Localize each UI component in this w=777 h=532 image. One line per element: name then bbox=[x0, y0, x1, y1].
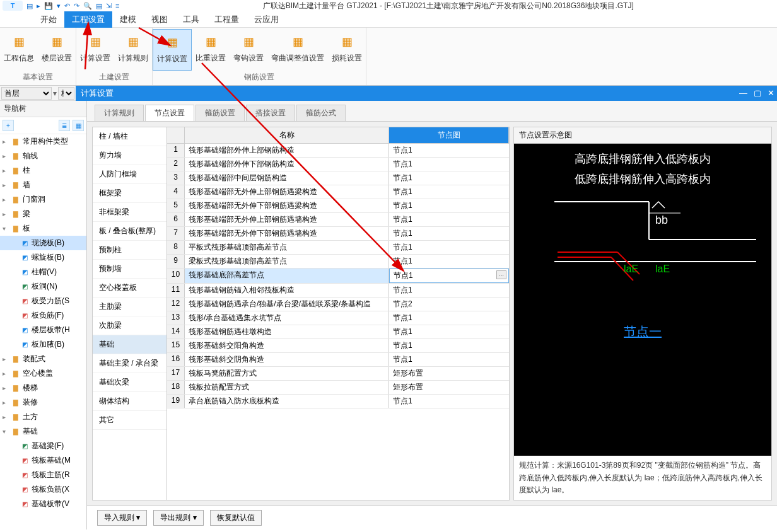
table-row[interactable]: 5筏形基础端部无外伸下部钢筋遇梁构造节点1 bbox=[167, 199, 509, 213]
row-node-cell[interactable]: 节点1 bbox=[389, 241, 509, 254]
tree-item-门窗洞[interactable]: ▸▇门窗洞 bbox=[0, 192, 86, 207]
expand-icon[interactable]: ▸ bbox=[3, 167, 9, 174]
expand-icon[interactable]: ▸ bbox=[3, 153, 9, 159]
menu-开始[interactable]: 开始 bbox=[33, 11, 64, 28]
save-dropdown-icon[interactable]: ▾ bbox=[57, 2, 61, 10]
row-node-cell[interactable]: 节点1 bbox=[389, 353, 509, 366]
floor-dropdown-icon[interactable]: ▾ bbox=[53, 89, 57, 98]
floor-select[interactable]: 首层 bbox=[1, 87, 52, 100]
expand-icon[interactable]: ▸ bbox=[3, 370, 9, 377]
zoom-icon[interactable]: 🔍 bbox=[83, 2, 92, 10]
table-row[interactable]: 8平板式筏形基础顶部高差节点节点1 bbox=[167, 241, 509, 255]
category-人防门框墙[interactable]: 人防门框墙 bbox=[93, 165, 166, 184]
row-node-cell[interactable]: 节点1 bbox=[389, 171, 509, 185]
ribbon-btn-比重设置[interactable]: ▦比重设置 bbox=[192, 29, 230, 71]
category-空心楼盖板[interactable]: 空心楼盖板 bbox=[93, 279, 166, 298]
category-预制柱[interactable]: 预制柱 bbox=[93, 241, 166, 260]
category-基础[interactable]: 基础 bbox=[93, 335, 166, 354]
table-row[interactable]: 14筏形基础钢筋遇柱墩构造节点1 bbox=[167, 325, 509, 339]
category-次肋梁[interactable]: 次肋梁 bbox=[93, 316, 166, 335]
category-其它[interactable]: 其它 bbox=[93, 411, 166, 430]
row-node-cell[interactable]: 节点1 bbox=[389, 213, 509, 226]
tree-item-装配式[interactable]: ▸▇装配式 bbox=[0, 352, 86, 366]
tree-item-空心楼盖[interactable]: ▸▇空心楼盖 bbox=[0, 366, 86, 381]
table-row[interactable]: 13筏形/承台基础遇集水坑节点节点1 bbox=[167, 311, 509, 325]
table-row[interactable]: 1筏形基础端部外伸上部钢筋构造节点1 bbox=[167, 144, 509, 158]
tree-item-板受力筋(S[interactable]: ◩板受力筋(S bbox=[0, 294, 86, 308]
table-row[interactable]: 17筏板马凳筋配置方式矩形布置 bbox=[167, 367, 509, 381]
cell-ellipsis-button[interactable]: ⋯ bbox=[496, 270, 506, 279]
tree-item-螺旋板(B)[interactable]: ◩螺旋板(B) bbox=[0, 250, 86, 265]
row-node-cell[interactable]: 节点1 bbox=[389, 325, 509, 338]
collapse-icon[interactable]: ▾ bbox=[3, 428, 9, 435]
nav-add-icon[interactable]: + bbox=[3, 120, 14, 131]
tree-item-土方[interactable]: ▸▇土方 bbox=[0, 410, 86, 424]
category-基础次梁[interactable]: 基础次梁 bbox=[93, 373, 166, 392]
table-row[interactable]: 7筏形基础端部无外伸下部钢筋遇墙构造节点1 bbox=[167, 227, 509, 241]
row-node-cell[interactable]: 节点1 bbox=[389, 311, 509, 325]
nav-grid-icon[interactable]: ▦ bbox=[73, 120, 84, 131]
ribbon-btn-计算设置[interactable]: ▦计算设置 bbox=[153, 29, 192, 71]
row-node-cell[interactable]: 节点1 bbox=[389, 185, 509, 199]
category-基础主梁 / 承台梁[interactable]: 基础主梁 / 承台梁 bbox=[93, 354, 166, 373]
component-select[interactable]: 板 bbox=[58, 87, 74, 100]
tree-item-筏板主筋(R[interactable]: ◩筏板主筋(R bbox=[0, 468, 86, 482]
menu-云应用[interactable]: 云应用 bbox=[247, 11, 286, 28]
ribbon-btn-弯钩设置[interactable]: ▦弯钩设置 bbox=[230, 29, 267, 71]
save-icon[interactable]: 💾 bbox=[44, 2, 53, 10]
expand-icon[interactable]: ▸ bbox=[3, 385, 9, 391]
expand-icon[interactable]: ▸ bbox=[3, 399, 9, 406]
table-row[interactable]: 15筏形基础斜交阳角构造节点1 bbox=[167, 339, 509, 353]
tree-item-板加腋(B)[interactable]: ◩板加腋(B) bbox=[0, 337, 86, 352]
ribbon-btn-损耗设置[interactable]: ▦损耗设置 bbox=[328, 29, 366, 71]
tree-item-柱[interactable]: ▸▇柱 bbox=[0, 163, 86, 178]
menu-工程量[interactable]: 工程量 bbox=[207, 11, 247, 28]
maximize-icon[interactable]: ▢ bbox=[754, 88, 761, 98]
table-row[interactable]: 10筏形基础底部高差节点节点1⋯ bbox=[167, 269, 509, 284]
ribbon-btn-工程信息[interactable]: ▦工程信息 bbox=[0, 29, 38, 71]
expand-icon[interactable]: ▸ bbox=[3, 138, 9, 145]
expand-icon[interactable]: ▸ bbox=[3, 356, 9, 362]
new-icon[interactable]: ▤ bbox=[26, 2, 33, 10]
row-node-cell[interactable]: 节点1 bbox=[389, 339, 509, 352]
tree-item-现浇板(B)[interactable]: ◩现浇板(B) bbox=[0, 236, 86, 250]
row-node-cell[interactable]: 节点2 bbox=[389, 298, 509, 311]
ribbon-btn-弯曲调整值设置[interactable]: ▦弯曲调整值设置 bbox=[267, 29, 328, 71]
row-node-cell[interactable]: 节点1 bbox=[389, 284, 509, 297]
import-rule-button[interactable]: 导入规则 ▾ bbox=[97, 510, 147, 526]
menu-视图[interactable]: 视图 bbox=[144, 11, 175, 28]
row-node-cell[interactable]: 节点1⋯ bbox=[389, 269, 509, 283]
category-柱 / 墙柱[interactable]: 柱 / 墙柱 bbox=[93, 127, 166, 146]
tree-item-楼层板带(H[interactable]: ◩楼层板带(H bbox=[0, 323, 86, 337]
undo-icon[interactable]: ↶ bbox=[64, 2, 70, 10]
tree-item-板负筋(F)[interactable]: ◩板负筋(F) bbox=[0, 308, 86, 323]
tab-计算规则[interactable]: 计算规则 bbox=[95, 105, 144, 121]
category-剪力墙[interactable]: 剪力墙 bbox=[93, 146, 166, 165]
ribbon-btn-计算设置[interactable]: ▦计算设置 bbox=[76, 29, 114, 71]
category-框架梁[interactable]: 框架梁 bbox=[93, 184, 166, 203]
tree-item-梁[interactable]: ▸▇梁 bbox=[0, 207, 86, 221]
tab-节点设置[interactable]: 节点设置 bbox=[145, 105, 194, 121]
row-node-cell[interactable]: 节点1 bbox=[389, 255, 509, 268]
row-node-cell[interactable]: 节点1 bbox=[389, 227, 509, 240]
category-主肋梁[interactable]: 主肋梁 bbox=[93, 298, 166, 316]
category-预制墙[interactable]: 预制墙 bbox=[93, 260, 166, 279]
tree-item-柱帽(V)[interactable]: ◩柱帽(V) bbox=[0, 265, 86, 279]
ribbon-btn-楼层设置[interactable]: ▦楼层设置 bbox=[38, 29, 76, 71]
tree-item-墙[interactable]: ▸▇墙 bbox=[0, 178, 86, 192]
collapse-icon[interactable]: ▾ bbox=[3, 225, 9, 232]
table-row[interactable]: 11筏形基础钢筋锚入相邻筏板构造节点1 bbox=[167, 284, 509, 298]
tree-item-基础[interactable]: ▾▇基础 bbox=[0, 424, 86, 439]
tab-搭接设置[interactable]: 搭接设置 bbox=[246, 105, 295, 121]
table-row[interactable]: 19承台底筋锚入防水底板构造节点1 bbox=[167, 395, 509, 408]
table-row[interactable]: 9梁板式筏形基础顶部高差节点节点1 bbox=[167, 255, 509, 269]
row-node-cell[interactable]: 节点1 bbox=[389, 199, 509, 212]
restore-default-button[interactable]: 恢复默认值 bbox=[210, 510, 262, 526]
menu-建模[interactable]: 建模 bbox=[112, 11, 144, 28]
menu-工具[interactable]: 工具 bbox=[175, 11, 207, 28]
tree-item-装修[interactable]: ▸▇装修 bbox=[0, 395, 86, 410]
row-node-cell[interactable]: 节点1 bbox=[389, 144, 509, 157]
page-icon[interactable]: ▤ bbox=[96, 2, 102, 10]
row-node-cell[interactable]: 矩形布置 bbox=[389, 367, 509, 380]
category-板 / 叠合板(整厚)[interactable]: 板 / 叠合板(整厚) bbox=[93, 222, 166, 241]
